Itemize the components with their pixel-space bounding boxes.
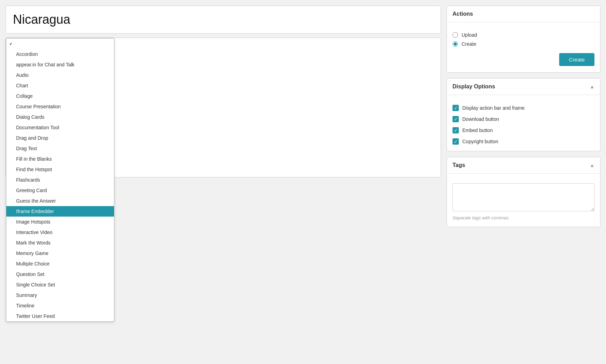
- upload-radio-item[interactable]: Upload: [452, 32, 594, 38]
- actions-panel-body: Upload Create Create: [447, 27, 600, 72]
- dropdown-item[interactable]: Fill in the Blanks: [6, 154, 114, 164]
- dropdown-item[interactable]: Multiple Choice: [6, 259, 114, 269]
- display-options-body: ✓ Display action bar and frame ✓ Downloa…: [447, 100, 600, 151]
- dropdown-item[interactable]: Interactive Video: [6, 227, 114, 238]
- checkbox-item[interactable]: ✓ Copyright button: [452, 138, 594, 145]
- create-radio[interactable]: [452, 41, 458, 47]
- display-options-title: Display Options: [452, 83, 495, 90]
- dropdown-item[interactable]: ✓-: [6, 38, 114, 49]
- checkbox-label: Download button: [462, 116, 499, 122]
- dropdown-item[interactable]: Audio: [6, 70, 114, 80]
- checkbox-box: ✓: [452, 127, 459, 133]
- checkbox-item[interactable]: ✓ Download button: [452, 116, 594, 122]
- display-options-header: Display Options ▲: [447, 79, 600, 95]
- actions-panel: Actions Upload Create Create: [447, 6, 600, 73]
- checkbox-item[interactable]: ✓ Display action bar and frame: [452, 105, 594, 111]
- title-box: Nicaragua: [6, 6, 441, 34]
- tags-hint: Separate tags with commas: [452, 215, 594, 220]
- tags-panel: Tags ▲ Separate tags with commas: [447, 157, 600, 227]
- dropdown-list: ✓-Accordionappear.in for Chat and TalkAu…: [6, 38, 114, 322]
- actions-panel-header: Actions: [447, 6, 600, 22]
- main-column: Nicaragua on on h5p.org ✓-Accordionappea…: [6, 6, 441, 233]
- checkbox-label: Embed button: [462, 128, 493, 133]
- dropdown-item[interactable]: Iframe Embedder: [6, 206, 114, 217]
- dropdown-item[interactable]: Greeting Card: [6, 185, 114, 196]
- dropdown-item[interactable]: Single Choice Set: [6, 279, 114, 290]
- checkbox-check-icon: ✓: [454, 106, 458, 110]
- upload-radio[interactable]: [452, 32, 458, 38]
- checkbox-check-icon: ✓: [454, 128, 458, 133]
- dropdown-item[interactable]: Question Set: [6, 269, 114, 279]
- dropdown-item[interactable]: Twitter User Feed: [6, 311, 114, 321]
- checkbox-label: Copyright button: [462, 139, 498, 144]
- tags-title: Tags: [452, 162, 465, 168]
- checkbox-check-icon: ✓: [454, 117, 458, 122]
- page-title: Nicaragua: [13, 12, 434, 27]
- dropdown-item[interactable]: Accordion: [6, 49, 114, 59]
- checkbox-box: ✓: [452, 138, 459, 145]
- create-radio-item[interactable]: Create: [452, 41, 594, 47]
- dropdown-item[interactable]: Collage: [6, 91, 114, 101]
- tags-header: Tags ▲: [447, 157, 600, 173]
- upload-label: Upload: [462, 32, 477, 38]
- radio-group: Upload Create: [452, 32, 594, 47]
- checkbox-box: ✓: [452, 105, 459, 111]
- right-column: Actions Upload Create Create: [447, 6, 600, 233]
- dropdown-item[interactable]: Drag and Drop: [6, 133, 114, 143]
- create-btn-wrapper: Create: [452, 53, 594, 66]
- create-button[interactable]: Create: [559, 53, 594, 66]
- dropdown-item[interactable]: Flashcards: [6, 175, 114, 185]
- checkbox-group: ✓ Display action bar and frame ✓ Downloa…: [452, 105, 594, 145]
- tags-input[interactable]: [452, 183, 594, 211]
- actions-title: Actions: [452, 11, 473, 17]
- checkbox-check-icon: ✓: [454, 139, 458, 144]
- dropdown-item[interactable]: Summary: [6, 290, 114, 300]
- dropdown-item[interactable]: Guess the Answer: [6, 196, 114, 206]
- create-radio-label: Create: [462, 41, 476, 47]
- display-options-panel: Display Options ▲ ✓ Display action bar a…: [447, 78, 600, 151]
- dropdown-item[interactable]: appear.in for Chat and Talk: [6, 59, 114, 70]
- dropdown-wrapper: ✓-Accordionappear.in for Chat and TalkAu…: [6, 38, 114, 322]
- tags-collapse-icon[interactable]: ▲: [590, 162, 594, 168]
- dropdown-item[interactable]: Dialog Cards: [6, 112, 114, 122]
- checkbox-box: ✓: [452, 116, 459, 122]
- checkbox-item[interactable]: ✓ Embed button: [452, 127, 594, 133]
- dropdown-item[interactable]: Timeline: [6, 300, 114, 311]
- tags-body: Separate tags with commas: [447, 179, 600, 227]
- dropdown-item[interactable]: Find the Hotspot: [6, 164, 114, 175]
- dropdown-item[interactable]: Chart: [6, 80, 114, 91]
- content-area: on on h5p.org ✓-Accordionappear.in for C…: [6, 38, 441, 177]
- dropdown-item[interactable]: Memory Game: [6, 248, 114, 259]
- dropdown-item[interactable]: Mark the Words: [6, 238, 114, 248]
- checkmark-icon: ✓: [9, 41, 13, 46]
- display-options-collapse-icon[interactable]: ▲: [590, 84, 594, 89]
- dropdown-item[interactable]: Course Presentation: [6, 101, 114, 112]
- dropdown-item[interactable]: Image Hotspots: [6, 217, 114, 227]
- dropdown-item[interactable]: Documentation Tool: [6, 122, 114, 133]
- dropdown-item[interactable]: Drag Text: [6, 143, 114, 154]
- checkbox-label: Display action bar and frame: [462, 105, 525, 111]
